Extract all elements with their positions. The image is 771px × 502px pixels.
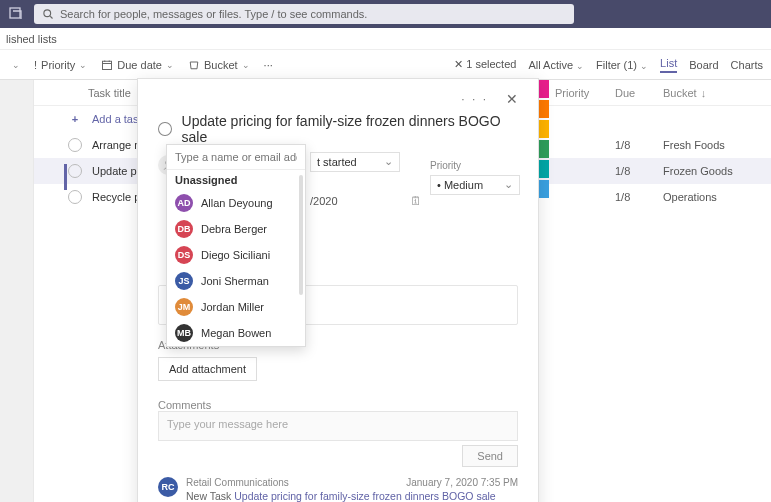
activity-link[interactable]: Update pricing for family-size frozen di…: [234, 490, 495, 502]
col-bucket[interactable]: Bucket ↓: [663, 87, 763, 99]
col-priority[interactable]: Priority: [555, 87, 615, 99]
complete-toggle[interactable]: [68, 190, 82, 204]
left-gutter: [0, 80, 34, 502]
toolbar-caret[interactable]: ⌄: [8, 58, 24, 72]
panel-task-title: Update pricing for family-size frozen di…: [182, 113, 518, 145]
person-name: Jordan Miller: [201, 301, 264, 313]
bucket-filter[interactable]: Bucket ⌄: [184, 57, 254, 73]
scrollbar[interactable]: [299, 175, 303, 295]
people-item[interactable]: MBMegan Bowen: [167, 320, 305, 346]
due-filter[interactable]: Due date ⌄: [97, 57, 178, 73]
people-item[interactable]: JSJoni Sherman: [167, 268, 305, 294]
due-date-field[interactable]: /2020 🗓: [310, 194, 422, 208]
person-avatar: AD: [175, 194, 193, 212]
person-avatar: DS: [175, 246, 193, 264]
list-toolbar: ⌄ ! Priority ⌄ Due date ⌄ Bucket ⌄ ··· ✕…: [0, 50, 771, 80]
people-search-input[interactable]: [167, 145, 305, 169]
person-name: Diego Siciliani: [201, 249, 270, 261]
toolbar-more[interactable]: ···: [260, 57, 277, 73]
person-name: Debra Berger: [201, 223, 267, 235]
complete-toggle[interactable]: [68, 164, 82, 178]
svg-rect-2: [103, 61, 112, 69]
people-item[interactable]: ADAllan Deyoung: [167, 190, 305, 216]
svg-rect-0: [10, 8, 20, 18]
svg-point-1: [44, 10, 51, 17]
activity-entry: RC Retail Communications January 7, 2020…: [158, 477, 518, 502]
priority-label: Priority: [430, 160, 520, 171]
scope-dropdown[interactable]: All Active ⌄: [528, 59, 584, 71]
people-section-header: Unassigned: [167, 169, 305, 190]
person-avatar: JM: [175, 298, 193, 316]
breadcrumb: lished lists: [0, 28, 771, 50]
clear-selection[interactable]: ✕ 1 selected: [454, 58, 516, 71]
search-icon: [42, 8, 54, 20]
search-placeholder: Search for people, messages or files. Ty…: [60, 8, 367, 20]
list-header-right: Priority Due Bucket ↓: [555, 80, 763, 106]
people-item[interactable]: JMJordan Miller: [167, 294, 305, 320]
send-button[interactable]: Send: [462, 445, 518, 467]
calendar-icon: [101, 59, 113, 71]
view-list[interactable]: List: [660, 57, 677, 73]
priority-select[interactable]: • Medium: [430, 175, 520, 195]
person-avatar: MB: [175, 324, 193, 342]
activity-message: New Task Update pricing for family-size …: [186, 490, 518, 502]
person-name: Joni Sherman: [201, 275, 269, 287]
comment-input[interactable]: Type your message here: [158, 411, 518, 441]
view-charts[interactable]: Charts: [731, 59, 763, 71]
complete-toggle[interactable]: [68, 138, 82, 152]
activity-author: Retail Communications: [186, 477, 289, 488]
calendar-icon: 🗓: [410, 194, 422, 208]
progress-select[interactable]: t started: [310, 152, 400, 172]
filter-dropdown[interactable]: Filter (1) ⌄: [596, 59, 648, 71]
search-box[interactable]: Search for people, messages or files. Ty…: [34, 4, 574, 24]
sort-arrow-icon: ↓: [701, 87, 707, 99]
person-name: Megan Bowen: [201, 327, 271, 339]
person-name: Allan Deyoung: [201, 197, 273, 209]
people-item[interactable]: DBDebra Berger: [167, 216, 305, 242]
panel-field-row: t started Priority • Medium: [310, 160, 520, 195]
panel-close-icon[interactable]: ✕: [506, 91, 518, 107]
col-due[interactable]: Due: [615, 87, 663, 99]
people-item[interactable]: DSDiego Siciliani: [167, 242, 305, 268]
view-board[interactable]: Board: [689, 59, 718, 71]
new-tab-icon[interactable]: [8, 6, 24, 22]
add-attachment-button[interactable]: Add attachment: [158, 357, 257, 381]
breadcrumb-text: lished lists: [6, 33, 57, 45]
priority-filter[interactable]: ! Priority ⌄: [30, 57, 91, 73]
people-picker: Unassigned ADAllan DeyoungDBDebra Berger…: [166, 144, 306, 347]
plus-icon: +: [68, 113, 82, 125]
person-avatar: DB: [175, 220, 193, 238]
activity-avatar: RC: [158, 477, 178, 497]
selection-indicator: [64, 164, 67, 190]
app-topbar: Search for people, messages or files. Ty…: [0, 0, 771, 28]
comments-label: Comments: [158, 399, 518, 411]
list-right-cells: 1/8Fresh Foods 1/8Frozen Goods 1/8Operat…: [555, 106, 763, 210]
person-avatar: JS: [175, 272, 193, 290]
panel-more-icon[interactable]: · · ·: [461, 92, 488, 106]
bucket-icon: [188, 59, 200, 71]
activity-time: January 7, 2020 7:35 PM: [406, 477, 518, 488]
complete-toggle[interactable]: [158, 122, 172, 136]
